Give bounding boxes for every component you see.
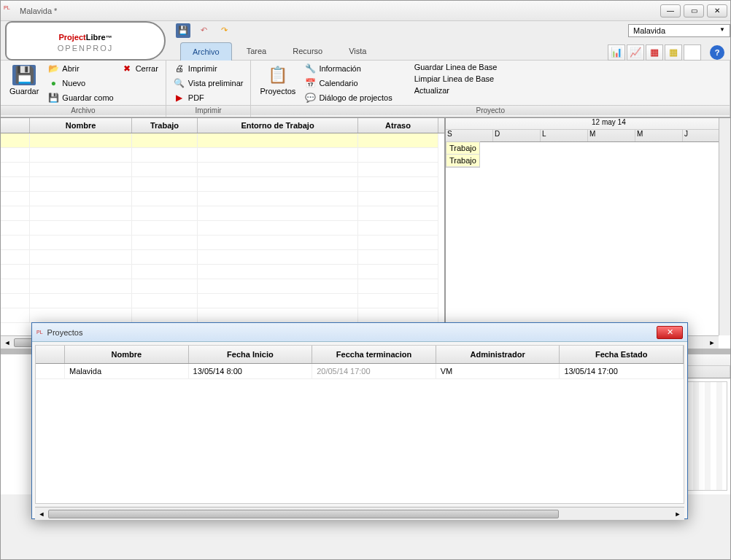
actualizar-button[interactable]: Actualizar xyxy=(413,85,499,96)
cerrar-button[interactable]: ✖Cerrar xyxy=(120,62,160,75)
redo-icon[interactable]: ↷ xyxy=(217,23,231,38)
dialog-close-button[interactable]: ✕ xyxy=(657,326,683,339)
gantt-date: 12 may 14 xyxy=(446,118,730,130)
dialog-scrollbar[interactable] xyxy=(35,507,684,520)
abrir-button[interactable]: 📂Abrir xyxy=(46,62,115,75)
table-red-icon[interactable]: ▦ xyxy=(646,44,663,61)
close-button[interactable]: ✕ xyxy=(707,4,727,18)
maximize-button[interactable]: ▭ xyxy=(684,4,704,18)
dialog-title: Proyectos xyxy=(47,328,657,337)
col-nombre[interactable]: Nombre xyxy=(30,118,132,133)
col-entorno[interactable]: Entorno de Trabajo xyxy=(198,118,358,133)
window-title: Malavida * xyxy=(20,7,660,15)
project-combo[interactable]: Malavida xyxy=(628,24,730,37)
ribbon-group-archivo: Archivo xyxy=(1,105,166,115)
ribbon-group-proyecto: Proyecto xyxy=(251,105,730,115)
calendario-button[interactable]: 📅Calendario xyxy=(303,77,393,90)
chart-gantt-icon[interactable]: 📊 xyxy=(608,44,625,61)
vista-preliminar-button[interactable]: 🔍Vista preliminar xyxy=(172,77,245,90)
nuevo-button[interactable]: ●Nuevo xyxy=(46,77,115,90)
help-button[interactable]: ? xyxy=(710,45,724,60)
col-atraso[interactable]: Atraso xyxy=(358,118,438,133)
dlg-col-nombre[interactable]: Nombre xyxy=(65,346,189,363)
titlebar: PL Malavida * — ▭ ✕ xyxy=(1,1,730,21)
imprimir-button[interactable]: 🖨Imprimir xyxy=(172,62,245,75)
gantt-side-labels: Trabajo Trabajo xyxy=(446,141,480,168)
dialog-app-icon: PL xyxy=(36,330,43,335)
limpiar-linea-button[interactable]: Limpiar Linea de Base xyxy=(413,74,499,84)
guardar-linea-button[interactable]: Guardar Linea de Base xyxy=(413,62,499,72)
dialog-row[interactable]: Malavida 13/05/14 8:00 20/05/14 17:00 VM… xyxy=(36,364,684,379)
ribbon-group-imprimir: Imprimir xyxy=(166,105,251,115)
dlg-col-fecha-estado[interactable]: Fecha Estado xyxy=(560,346,684,363)
gantt-vscroll[interactable] xyxy=(719,118,730,335)
save-icon[interactable]: 💾 xyxy=(176,23,190,38)
guardar-button[interactable]: 💾Guardar xyxy=(7,62,42,98)
logo: ProjectLibre™ OPENPROJ xyxy=(5,21,166,61)
blank-tool[interactable] xyxy=(684,44,701,61)
grid-row[interactable] xyxy=(1,133,444,148)
proyectos-dialog: PL Proyectos ✕ Nombre Fecha Inicio Fecch… xyxy=(31,322,688,519)
table-yellow-icon[interactable]: ▦ xyxy=(665,44,682,61)
guardar-como-button[interactable]: 💾Guardar como xyxy=(46,91,115,104)
dlg-col-admin[interactable]: Administrador xyxy=(436,346,560,363)
ribbon: 💾Guardar 📂Abrir ●Nuevo 💾Guardar como ✖Ce… xyxy=(1,61,730,117)
logo-subtitle: OPENPROJ xyxy=(58,44,114,52)
chart-line-icon[interactable]: 📈 xyxy=(627,44,644,61)
app-icon: PL xyxy=(4,5,15,17)
undo-icon[interactable]: ↶ xyxy=(196,23,211,38)
minimize-button[interactable]: — xyxy=(660,4,681,18)
tab-vista[interactable]: Vista xyxy=(337,42,378,61)
grid-row xyxy=(1,148,444,163)
dlg-col-fecha-inicio[interactable]: Fecha Inicio xyxy=(189,346,313,363)
tab-recurso[interactable]: Recurso xyxy=(281,42,334,61)
dialogo-proyectos-button[interactable]: 💬Diálogo de projectos xyxy=(303,91,393,104)
tab-tarea[interactable]: Tarea xyxy=(235,42,279,61)
dlg-col-fecha-term[interactable]: Feccha terminacion xyxy=(312,346,436,363)
pdf-button[interactable]: ▶PDF xyxy=(172,91,245,104)
col-trabajo[interactable]: Trabajo xyxy=(132,118,198,133)
tab-archivo[interactable]: Archivo xyxy=(180,42,232,61)
proyectos-button[interactable]: 📋Proyectos xyxy=(257,62,298,98)
task-grid[interactable]: Nombre Trabajo Entorno de Trabajo Atraso xyxy=(1,118,446,349)
gantt-chart[interactable]: 12 may 14 S D L M M J Trabajo Trabajo xyxy=(446,118,730,349)
informacion-button[interactable]: 🔧Información xyxy=(303,62,393,75)
